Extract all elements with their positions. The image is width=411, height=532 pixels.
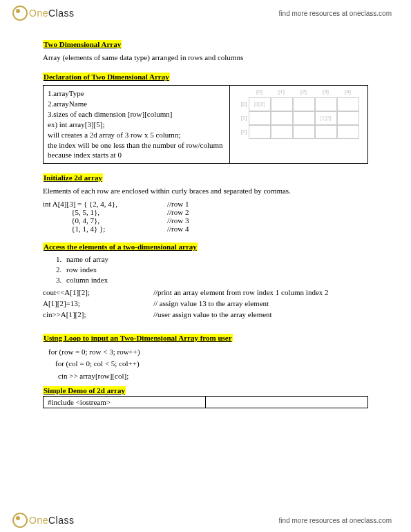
initialize-intro: Elements of each row are enclosed within…: [43, 186, 368, 196]
document-body: Two Dimensional Array Array (elements of…: [0, 23, 411, 408]
logo-text: OneClass: [29, 515, 74, 526]
access-example-row: cout<<A[1][2];//print an array element f…: [43, 288, 368, 296]
section-title-demo: Simple Demo of 2d array: [43, 386, 368, 395]
header-bar: OneClass find more resources at oneclass…: [0, 0, 411, 23]
declaration-table: 1.arrayType 2.arrayName 3.sizes of each …: [43, 85, 368, 164]
logo: OneClass: [12, 513, 74, 528]
initialize-code-block: int A[4][3] = { {2, 4, 4},//row 1 {5, 5,…: [43, 200, 368, 233]
section-title-access: Access the elements of a two-dimensional…: [43, 243, 368, 251]
section-title-declaration: Declaration of Two Dimensional Array: [43, 73, 368, 81]
access-steps-list: name of array row index column index: [64, 255, 368, 284]
demo-code-table: #include <iostream>: [43, 396, 368, 408]
oneclass-logo-icon: [12, 513, 28, 528]
declaration-text-cell: 1.arrayType 2.arrayName 3.sizes of each …: [44, 86, 230, 164]
section-title-loop: Using Loop to input an Two-Dimensional A…: [43, 334, 368, 342]
access-example-row: A[1][2]=13;// assign value 13 to the arr…: [43, 299, 368, 307]
find-resources-link[interactable]: find more resources at oneclass.com: [279, 517, 392, 524]
intro-text: Array (elements of same data type) arran…: [43, 53, 368, 63]
list-item: column index: [64, 276, 368, 284]
demo-code-cell: #include <iostream>: [44, 397, 206, 408]
list-item: name of array: [64, 255, 368, 263]
declaration-diagram-cell: [0] [1] [2] [3] [4] [0] [0][0] [1] [1][3…: [230, 86, 368, 164]
oneclass-logo-icon: [12, 6, 28, 21]
section-title-initialize: Initialize 2d array: [43, 173, 368, 182]
logo-text: OneClass: [29, 8, 74, 19]
find-resources-link[interactable]: find more resources at oneclass.com: [279, 10, 392, 17]
section-title-2d-array: Two Dimensional Array: [43, 40, 368, 48]
array-grid-diagram: [0] [1] [2] [3] [4] [0] [0][0] [1] [1][3…: [239, 88, 359, 139]
list-item: row index: [64, 265, 368, 274]
demo-empty-cell: [206, 397, 368, 408]
footer-bar: OneClass find more resources at oneclass…: [0, 510, 411, 528]
logo: OneClass: [12, 6, 74, 21]
access-example-row: cin>>A[1][2];//user assign value to the …: [43, 310, 368, 319]
loop-code-block: for (row = 0; row < 3; row++) for (col =…: [48, 346, 368, 383]
